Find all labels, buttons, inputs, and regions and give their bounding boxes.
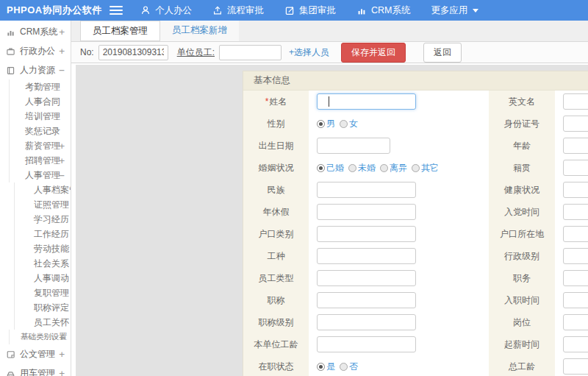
radio-female[interactable] [340,120,348,128]
admin-level-input[interactable] [563,248,588,264]
sidebar-item-social-relations[interactable]: 社会关系 [14,256,71,271]
tab-employee-archive-new[interactable]: 员工档案新增 [160,21,239,41]
ethnicity-input[interactable] [317,182,416,198]
sidebar-item-label: 员工关怀 [34,316,69,329]
sidebar-item-education-history[interactable]: 学习经历 [14,212,71,227]
expander-plus-icon[interactable]: + [59,46,65,57]
sidebar-item-title-evaluation[interactable]: 职称评定 [14,300,71,315]
tab-employee-archive-management[interactable]: 员工档案管理 [80,21,160,41]
birth-date-input[interactable] [317,138,390,154]
total-seniority-input[interactable] [563,358,588,375]
user-icon [140,5,151,15]
no-input[interactable] [98,45,168,60]
expander-minus-icon[interactable]: − [59,65,65,76]
party-join-date-input[interactable] [563,204,588,220]
menu-icon[interactable] [110,6,123,15]
age-input[interactable] [563,138,588,154]
sidebar-item-salary-mgmt[interactable]: 薪资管理 + [9,138,71,153]
expander-plus-icon[interactable]: + [59,26,65,38]
annual-leave-input[interactable] [317,204,416,220]
work-type-label: 工种 [243,245,309,267]
nav-more-apps[interactable]: 更多应用 [431,4,478,17]
sidebar-item-label: 劳动技能 [34,243,69,255]
sidebar-item-training-mgmt[interactable]: 培训管理 [9,109,71,124]
radio-male[interactable] [317,120,325,128]
unit-employee-input[interactable] [219,45,282,60]
sidebar-item-personnel-transfer[interactable]: 人事调动 [14,271,71,285]
expander-plus-icon[interactable]: + [59,349,65,360]
company-seniority-input[interactable] [317,336,416,352]
sidebar-item-personnel-archive-mgmt[interactable]: 人事档案管理 [14,182,71,197]
english-name-input[interactable] [563,93,588,110]
sidebar-item-personnel-mgmt[interactable]: 人事管理 − [9,168,71,182]
sidebar-item-admin-office[interactable]: 行政办公 + [0,41,71,60]
nav-crm-system[interactable]: CRM系统 [356,4,410,17]
expander-minus-icon[interactable]: − [59,170,65,181]
hire-date-input[interactable] [563,292,588,308]
radio-divorced[interactable] [380,164,388,172]
nav-label: 集团审批 [299,4,336,17]
work-type-input[interactable] [317,248,416,264]
nav-label: 个人办公 [155,4,192,17]
gender-radio-group: 男 女 [317,118,362,130]
sidebar-item-basic-category-settings[interactable]: 基础类别设置 + [9,330,71,344]
job-title-level-input[interactable] [317,314,416,330]
household-location-input[interactable] [563,226,588,242]
sidebar-item-vehicle-mgmt[interactable]: 用车管理 + [0,363,71,376]
sidebar-item-reward-punishment[interactable]: 奖惩记录 [9,124,71,138]
age-label: 年龄 [489,135,555,157]
native-place-input[interactable] [563,160,588,176]
sidebar-item-official-doc-mgmt[interactable]: 公文管理 + [0,344,71,363]
duty-input[interactable] [563,270,588,286]
nav-label: 流程审批 [227,4,264,17]
top-navigation: 个人办公 流程审批 集团审批 CRM系统 更多应用 [140,4,499,17]
edit-approval-icon [284,5,295,15]
radio-no[interactable] [340,363,348,371]
expander-plus-icon[interactable]: + [59,141,65,152]
sidebar-item-label: 招聘管理 [25,155,60,167]
radio-other[interactable] [412,164,420,172]
basic-info-panel: 基本信息 *姓名 英文名 性别 男 女 [243,71,588,376]
save-and-return-button[interactable]: 保存并返回 [341,43,406,63]
salary-start-date-input[interactable] [563,336,588,352]
job-title-label: 职称 [243,289,309,311]
radio-unmarried[interactable] [348,164,356,172]
sidebar-item-employee-care[interactable]: 员工关怀 [14,315,71,330]
sidebar-item-human-resources[interactable]: 人力资源 − [0,60,71,79]
topbar: PHPOA协同办公软件 个人办公 流程审批 集团审批 CRM系统 更多应用 [0,0,588,21]
expander-plus-icon[interactable]: + [59,155,65,166]
name-input[interactable] [317,93,416,110]
post-input[interactable] [563,314,588,330]
bar-chart-icon [6,27,15,37]
sidebar-item-recruitment-mgmt[interactable]: 招聘管理 + [9,153,71,168]
id-number-input[interactable] [563,116,588,132]
sidebar-item-reinstatement-mgmt[interactable]: 复职管理 [14,285,71,300]
sidebar-item-work-history[interactable]: 工作经历 [14,227,71,241]
content-canvas: 基本信息 *姓名 英文名 性别 男 女 [76,65,588,376]
sidebar-item-labor-skills[interactable]: 劳动技能 [14,241,71,256]
return-button[interactable]: 返回 [423,43,462,63]
select-person-link[interactable]: +选择人员 [289,46,329,59]
radio-yes[interactable] [317,363,325,371]
expander-plus-icon[interactable]: + [59,332,65,343]
sidebar-item-certificate-mgmt[interactable]: 证照管理 [14,197,71,212]
app-logo: PHPOA协同办公软件 [0,4,99,17]
radio-married[interactable] [317,164,325,172]
nav-label: CRM系统 [371,4,410,17]
employee-type-input[interactable] [317,270,416,286]
household-type-input[interactable] [317,226,416,242]
nav-workflow-approval[interactable]: 流程审批 [212,4,264,17]
sidebar-item-crm-system[interactable]: CRM系统 + [0,22,71,41]
sidebar-item-attendance-mgmt[interactable]: 考勤管理 [9,79,71,94]
sidebar-item-hr-contract[interactable]: 人事合同 [9,94,71,109]
sidebar-item-label: 行政办公 [20,45,55,57]
expander-plus-icon[interactable]: + [59,368,65,376]
book-icon [6,65,15,75]
health-status-input[interactable] [563,182,588,198]
household-type-label: 户口类别 [243,223,309,245]
annual-leave-label: 年休假 [243,201,309,223]
job-title-input[interactable] [317,292,416,308]
toolbar: No: 单位员工: +选择人员 保存并返回 返回 [71,42,588,63]
nav-personal-office[interactable]: 个人办公 [140,4,192,17]
nav-group-approval[interactable]: 集团审批 [284,4,336,17]
